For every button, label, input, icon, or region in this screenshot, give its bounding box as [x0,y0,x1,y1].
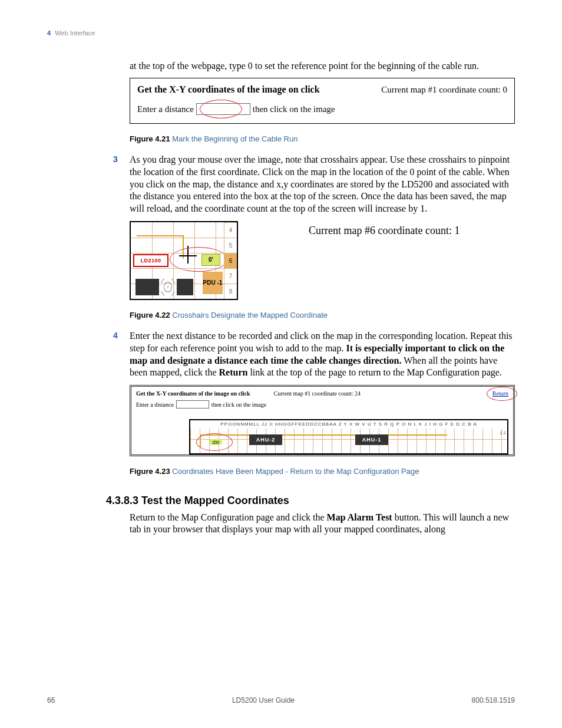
coordinate-count-text: Current map #1 coordinate count: 24 [273,390,492,397]
get-xy-heading: Get the X-Y coordinates of the image on … [136,390,250,397]
step-4-bold-b: Return [219,367,248,377]
distance-input[interactable] [176,400,209,409]
ld2100-label: LD2100 [133,254,168,267]
section-text-a: Return to the Map Configuration page and… [130,512,327,522]
step-4: 4 Enter the next distance to be recorded… [130,330,515,379]
row-numbers: 1 2 [500,430,506,437]
distance-badge: 200 [209,439,222,445]
coordinate-count-text: Current map #6 coordinate count: 1 [309,225,459,237]
column-letters: PPOONNMMLL JJ II HHGGFFEEDDCCBBAA Z Y X … [193,421,505,427]
figure-label: Figure 4.22 [130,311,170,319]
edge-number: 5 [224,238,237,253]
section-paragraph: Return to the Map Configuration page and… [130,512,515,535]
map-alarm-test-bold: Map Alarm Test [327,512,392,522]
figure-label: Figure 4.21 [130,134,170,143]
running-header: 4 Web Interface [47,29,515,37]
phone-number: 800.518.1519 [472,696,515,704]
step-number: 3 [113,154,118,164]
enter-distance-label: Enter a distance [137,104,194,114]
figure-4-21-caption: Figure 4.21 Mark the Beginning of the Ca… [130,134,515,143]
ahu-1-label: AHU-1 [355,434,388,445]
intro-paragraph: at the top of the webpage, type 0 to set… [130,60,515,72]
pdu-label: PDU -1 [203,272,223,294]
crosshair-vertical-icon [187,246,189,263]
chapter-number: 4 [47,29,51,37]
then-click-label: then click on the image [211,401,266,408]
edge-number: 8 [224,284,237,299]
figure-label: Figure 4.23 [130,467,170,476]
step-4-text-c: link at the top of the page to return to… [250,367,501,377]
step-number: 4 [113,330,118,341]
section-heading: 4.3.8.3 Test the Mapped Coordinates [106,495,515,507]
return-link[interactable]: Return [492,390,508,397]
figure-title: Coordinates Have Been Mapped - Return to… [172,467,419,476]
figure-4-22-caption: Figure 4.22 Crosshairs Designate the Map… [130,311,515,319]
figure-title: Crosshairs Designate the Mapped Coordina… [172,311,328,319]
figure-4-23-caption: Figure 4.23 Coordinates Have Been Mapped… [130,467,515,476]
doc-title: LD5200 User Guide [232,696,295,704]
figure-title: Mark the Beginning of the Cable Run [172,134,297,143]
edge-number: 7 [224,268,237,284]
step-3-text: As you drag your mouse over the image, n… [130,154,510,213]
figure-4-23-screenshot: Get the X-Y coordinates of the image on … [130,385,515,456]
then-click-label: then click on the image [253,104,335,114]
page-number: 66 [47,696,55,704]
get-xy-heading: Get the X-Y coordinates of the image on … [137,84,320,95]
page-footer: 66 LD5200 User Guide 800.518.1519 [47,696,515,704]
step-3: 3 As you drag your mouse over the image,… [130,154,515,215]
coordinate-count-text: Current map #1 coordinate count: 0 [381,85,507,95]
edge-number: 4 [224,222,237,238]
figure-4-21-screenshot: Get the X-Y coordinates of the image on … [130,78,515,124]
map-strip: PPOONNMMLL JJ II HHGGFFEEDDCCBBAA Z Y X … [189,419,508,454]
chapter-title: Web Interface [55,29,95,37]
edge-number: 6 [224,253,237,268]
crosshair-horizontal-icon [179,255,197,256]
distance-input[interactable] [196,103,250,115]
figure-4-22-map-thumbnail: LD2100 0' PDU -1 4 5 6 7 8 [130,221,238,300]
enter-distance-label: Enter a distance [136,401,174,408]
ahu-2-label: AHU-2 [249,434,282,445]
zero-distance-marker: 0' [201,254,220,266]
